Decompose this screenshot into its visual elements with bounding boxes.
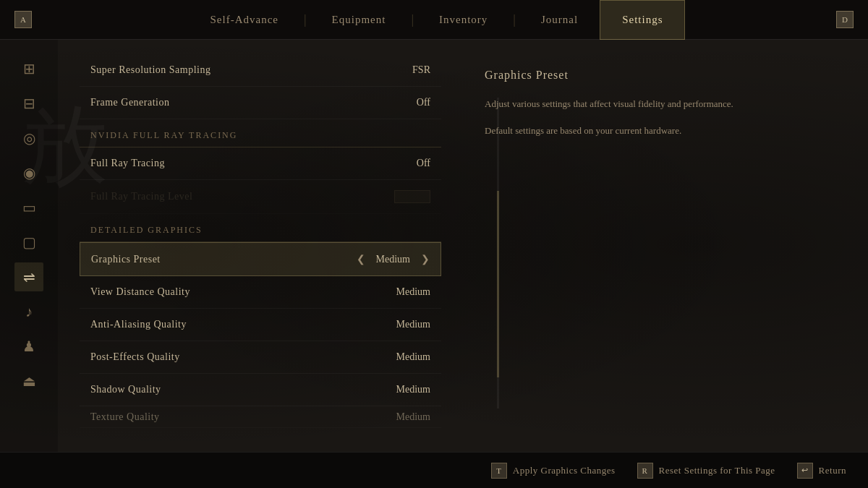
super-resolution-value: FSR — [412, 64, 430, 76]
setting-row-full-ray-tracing-level[interactable]: Full Ray Tracing Level — [80, 180, 441, 214]
sidebar-icon-grid[interactable]: ⊟ — [14, 89, 43, 118]
full-ray-tracing-value: Off — [417, 158, 430, 169]
info-panel-title: Graphics Preset — [485, 69, 832, 82]
bottom-action-bar: T Apply Graphics Changes R Reset Setting… — [0, 452, 868, 488]
detailed-graphics-header: Detailed Graphics — [80, 214, 441, 242]
sidebar-icon-display[interactable]: ▭ — [14, 193, 43, 222]
sidebar-icon-exit[interactable]: ⏏ — [14, 367, 43, 395]
nav-items-container: Self-Advance | Equipment | Inventory | J… — [38, 0, 836, 40]
apply-graphics-button[interactable]: T Apply Graphics Changes — [491, 463, 616, 479]
main-layout: ⊞ ⊟ ◎ ◉ ▭ ▢ ⇌ ♪ ♟ ⏏ Super Resolution Sam… — [0, 40, 868, 452]
graphics-preset-right-arrow[interactable]: ❯ — [421, 253, 430, 265]
full-ray-tracing-label: Full Ray Tracing — [90, 158, 165, 169]
texture-quality-value: Medium — [396, 411, 430, 423]
info-description-1: Adjust various settings that affect visu… — [485, 96, 832, 112]
view-distance-label: View Distance Quality — [90, 286, 190, 298]
info-panel: Graphics Preset Adjust various settings … — [470, 54, 846, 437]
setting-row-frame-generation[interactable]: Frame Generation Off — [80, 87, 441, 119]
sidebar-icon-settings[interactable]: ◎ — [14, 124, 43, 153]
return-key-badge: ↩ — [797, 463, 813, 479]
anti-aliasing-value: Medium — [396, 319, 430, 330]
reset-settings-button[interactable]: R Reset Settings for This Page — [637, 463, 775, 479]
full-ray-tracing-level-label: Full Ray Tracing Level — [90, 191, 192, 202]
apply-key-badge: T — [491, 463, 507, 479]
shadow-quality-value: Medium — [396, 384, 430, 395]
graphics-preset-left-arrow[interactable]: ❮ — [357, 253, 365, 265]
settings-panel: Super Resolution Sampling FSR Frame Gene… — [80, 54, 441, 437]
shadow-quality-label: Shadow Quality — [90, 384, 161, 395]
nav-item-journal[interactable]: Journal — [519, 0, 600, 40]
nav-left-key: A — [14, 11, 32, 28]
graphics-preset-value-container: ❮ Medium ❯ — [357, 253, 430, 265]
reset-key-badge: R — [637, 463, 653, 479]
top-navigation: A Self-Advance | Equipment | Inventory |… — [0, 0, 868, 40]
sidebar-icon-gamepad[interactable]: ⊞ — [14, 54, 43, 83]
texture-quality-label: Texture Quality — [90, 411, 160, 423]
nav-separator-2: | — [407, 12, 417, 27]
nvidia-section-header: NVIDIA Full Ray Tracing — [80, 119, 441, 147]
info-description-2: Default settings are based on your curre… — [485, 123, 832, 139]
graphics-preset-value: Medium — [376, 254, 410, 265]
setting-row-full-ray-tracing[interactable]: Full Ray Tracing Off — [80, 147, 441, 180]
setting-row-view-distance[interactable]: View Distance Quality Medium — [80, 276, 441, 309]
nav-item-self-advance[interactable]: Self-Advance — [189, 0, 300, 40]
sidebar-icon-monitor[interactable]: ▢ — [14, 228, 43, 257]
anti-aliasing-label: Anti-Aliasing Quality — [90, 319, 187, 330]
sidebar-icon-equalizer[interactable]: ⇌ — [14, 262, 43, 291]
settings-content: Super Resolution Sampling FSR Frame Gene… — [58, 40, 868, 452]
return-label: Return — [819, 465, 846, 476]
setting-row-super-resolution[interactable]: Super Resolution Sampling FSR — [80, 54, 441, 87]
nav-item-inventory[interactable]: Inventory — [417, 0, 509, 40]
frame-generation-value: Off — [417, 97, 430, 108]
info-panel-description: Adjust various settings that affect visu… — [485, 96, 832, 139]
reset-settings-label: Reset Settings for This Page — [659, 465, 775, 476]
nav-item-equipment[interactable]: Equipment — [310, 0, 408, 40]
setting-row-post-effects[interactable]: Post-Effects Quality Medium — [80, 341, 441, 374]
setting-row-shadow-quality[interactable]: Shadow Quality Medium — [80, 374, 441, 406]
graphics-preset-label: Graphics Preset — [91, 254, 161, 265]
frame-generation-label: Frame Generation — [90, 97, 169, 108]
post-effects-value: Medium — [396, 351, 430, 363]
scroll-thumb — [497, 191, 499, 377]
sidebar-icon-figure[interactable]: ♟ — [14, 332, 43, 361]
scroll-indicator[interactable] — [497, 98, 499, 408]
sidebar: ⊞ ⊟ ◎ ◉ ▭ ▢ ⇌ ♪ ♟ ⏏ — [0, 40, 58, 452]
sidebar-icon-eye[interactable]: ◉ — [14, 158, 43, 187]
view-distance-value: Medium — [396, 286, 430, 298]
sidebar-icon-sound[interactable]: ♪ — [14, 297, 43, 326]
setting-row-graphics-preset[interactable]: Graphics Preset ❮ Medium ❯ — [80, 242, 441, 276]
setting-row-texture-quality[interactable]: Texture Quality Medium — [80, 406, 441, 428]
nav-right-key: D — [836, 11, 854, 28]
apply-graphics-label: Apply Graphics Changes — [513, 465, 616, 476]
ray-tracing-level-box — [394, 190, 430, 203]
full-ray-tracing-level-value — [394, 190, 430, 203]
nav-item-settings[interactable]: Settings — [600, 0, 685, 40]
super-resolution-label: Super Resolution Sampling — [90, 64, 211, 76]
setting-row-anti-aliasing[interactable]: Anti-Aliasing Quality Medium — [80, 309, 441, 341]
return-button[interactable]: ↩ Return — [797, 463, 846, 479]
nav-separator-1: | — [300, 12, 310, 27]
settings-list: Super Resolution Sampling FSR Frame Gene… — [80, 54, 441, 428]
post-effects-label: Post-Effects Quality — [90, 351, 180, 363]
nav-separator-3: | — [509, 12, 519, 27]
